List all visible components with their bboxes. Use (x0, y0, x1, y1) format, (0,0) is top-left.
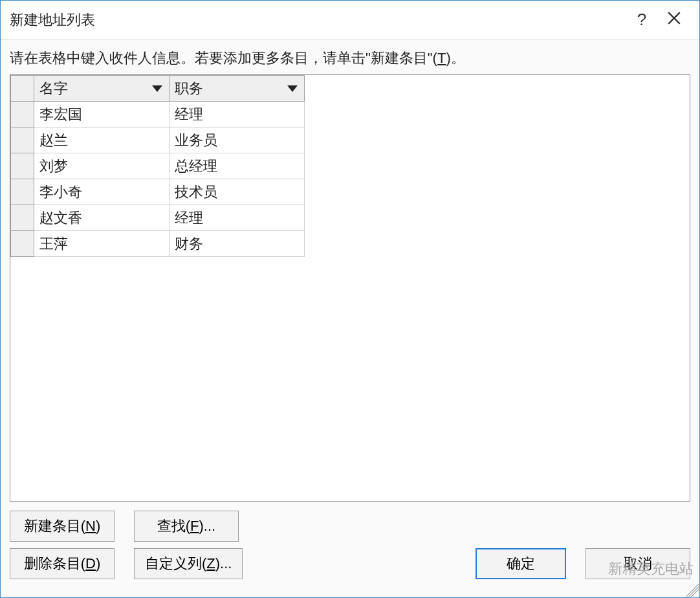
btn-suffix: ) (96, 555, 100, 571)
column-header-name[interactable]: 名字 (34, 76, 169, 102)
btn-label: 查找( (157, 518, 190, 534)
table-row[interactable]: 刘梦 总经理 (11, 153, 305, 179)
column-header-role-label: 职务 (175, 79, 203, 98)
new-entry-button[interactable]: 新建条目(N) (10, 511, 115, 542)
btn-hotkey: Z (206, 555, 215, 571)
btn-hotkey: N (85, 518, 96, 534)
column-header-role[interactable]: 职务 (169, 76, 304, 102)
resize-grip-icon[interactable] (686, 584, 699, 597)
recipient-table-area[interactable]: 名字 职务 李宏国 经理 (10, 74, 690, 502)
btn-label: 新建条目( (24, 518, 85, 534)
cancel-button[interactable]: 取消 (585, 548, 690, 579)
cell-role[interactable]: 总经理 (169, 153, 304, 179)
cell-name[interactable]: 李小奇 (34, 179, 169, 205)
dialog-content: 请在表格中键入收件人信息。若要添加更多条目，请单击"新建条目"(T)。 名字 职… (1, 39, 699, 597)
btn-label: 自定义列( (145, 555, 206, 571)
row-header[interactable] (11, 127, 34, 153)
ok-button[interactable]: 确定 (476, 548, 566, 579)
instructions-text: 请在表格中键入收件人信息。若要添加更多条目，请单击"新建条目"(T)。 (10, 49, 690, 68)
btn-suffix: )... (215, 555, 232, 571)
cell-role[interactable]: 业务员 (169, 127, 304, 153)
column-header-name-label: 名字 (39, 79, 68, 98)
cell-name[interactable]: 李宏国 (34, 102, 169, 127)
titlebar: 新建地址列表 ? (1, 1, 699, 39)
btn-suffix: ) (96, 518, 100, 534)
help-button[interactable]: ? (626, 10, 658, 30)
btn-label: 删除条目( (24, 555, 85, 571)
row-header[interactable] (11, 231, 34, 257)
table-row[interactable]: 赵文香 经理 (11, 205, 305, 231)
close-button[interactable] (658, 12, 690, 28)
instructions-prefix: 请在表格中键入收件人信息。若要添加更多条目，请单击"新建条目"( (10, 50, 437, 66)
find-button[interactable]: 查找(F)... (134, 511, 239, 542)
corner-header[interactable] (11, 76, 34, 102)
table-row[interactable]: 李宏国 经理 (11, 102, 305, 127)
cell-role[interactable]: 技术员 (169, 179, 304, 205)
button-row-1: 新建条目(N) 查找(F)... (10, 502, 690, 548)
instructions-suffix: )。 (446, 50, 465, 66)
button-row-2: 删除条目(D) 自定义列(Z)... 确定 取消 (10, 548, 690, 588)
cell-name[interactable]: 赵文香 (34, 205, 169, 231)
delete-entry-button[interactable]: 删除条目(D) (10, 548, 115, 579)
cell-name[interactable]: 王萍 (34, 231, 169, 257)
cell-role[interactable]: 经理 (169, 205, 304, 231)
cell-role[interactable]: 财务 (169, 231, 304, 257)
customize-columns-button[interactable]: 自定义列(Z)... (134, 548, 243, 579)
cell-role[interactable]: 经理 (169, 102, 304, 127)
table-row[interactable]: 赵兰 业务员 (11, 127, 305, 153)
close-icon (668, 12, 681, 25)
row-header[interactable] (11, 205, 34, 231)
chevron-down-icon (152, 85, 162, 92)
btn-hotkey: F (190, 518, 199, 534)
cell-name[interactable]: 刘梦 (34, 153, 169, 179)
table-row[interactable]: 李小奇 技术员 (11, 179, 305, 205)
header-row: 名字 职务 (11, 76, 305, 102)
dialog-title: 新建地址列表 (10, 10, 626, 30)
row-header[interactable] (11, 179, 34, 205)
instructions-hotkey: T (437, 50, 446, 66)
chevron-down-icon (287, 85, 298, 92)
row-header[interactable] (11, 102, 34, 127)
new-address-list-dialog: 新建地址列表 ? 请在表格中键入收件人信息。若要添加更多条目，请单击"新建条目"… (0, 0, 700, 598)
table-row[interactable]: 王萍 财务 (11, 231, 305, 257)
btn-suffix: )... (199, 518, 216, 534)
cell-name[interactable]: 赵兰 (34, 127, 169, 153)
btn-hotkey: D (85, 555, 96, 571)
recipient-table: 名字 职务 李宏国 经理 (10, 75, 305, 257)
row-header[interactable] (11, 153, 34, 179)
